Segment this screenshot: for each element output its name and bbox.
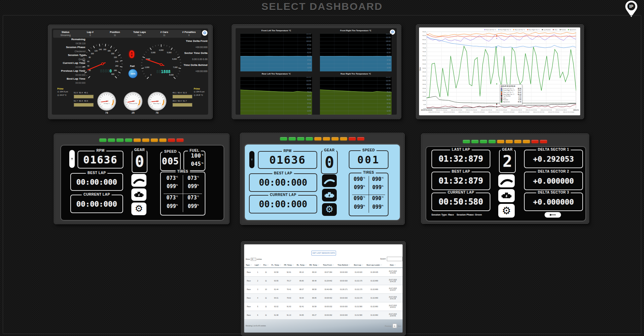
table-cell: 11 [262, 302, 270, 311]
tire-cell-unit: °C [363, 177, 365, 179]
dashboard-tile-session-table[interactable]: GET LAST SESSION DATAShow10▾entriesSearc… [241, 241, 406, 336]
fuel-value: 045 [191, 161, 201, 167]
dashboard-tile-digital-lcd-blue[interactable]: RPM01636GEAR0SPEED001BEST LAP00:00:000CU… [240, 133, 405, 225]
digit-readout: 2 [500, 150, 515, 172]
session-table: Type▲▼Lap#▲▼Pos▲▼FL_Temp▲▼FR_Temp▲▼RL_Te… [244, 262, 403, 317]
display-box-label: TIRES [361, 171, 376, 174]
dashboard-tile-analog-gauges[interactable]: StatusStreamingLap #0Position11Total Lap… [48, 25, 213, 119]
chart-title: Rear Left Tire Temperature °C [240, 73, 312, 76]
next-page-button[interactable]: Next [398, 325, 401, 327]
column-header[interactable]: FL_Temp▲▼ [270, 262, 283, 267]
dash4-screen: RPM01636GEAR0SPEED005FUEL100%045%BEST LA… [60, 145, 224, 221]
y-tick-label: 50.00 [378, 99, 391, 101]
column-header[interactable]: RS_Temp▲▼ [308, 262, 321, 267]
best-lap-display: BEST LAP00:00:000 [249, 173, 317, 192]
chart-title: Rear Right Tire Temperature °C [320, 73, 392, 76]
session-header-label: # Cars [152, 31, 177, 34]
column-header[interactable]: RL_Temp▲▼ [295, 262, 308, 267]
column-header[interactable]: Lap#▲▼ [253, 262, 262, 267]
session-header-value: 11 [152, 34, 177, 36]
dash1-session-header-bar: StatusStreamingLap #0Position11Total Lap… [53, 30, 201, 38]
best-lap-display: BEST LAP01:32:879 [431, 172, 490, 190]
gear-display: GEAR2 [499, 150, 516, 173]
prime-pressure: ◎ 154.9 psi [57, 90, 75, 93]
legend-swatch [513, 29, 514, 30]
led-segment [480, 140, 487, 143]
entries-count-select[interactable]: 10▾ [251, 258, 256, 261]
column-header[interactable]: Best Lap Leader▲▼ [366, 262, 383, 267]
y-tick-label: 125.00 [299, 34, 311, 35]
led-segment [151, 139, 158, 142]
column-header[interactable]: FR_Temp▲▼ [283, 262, 295, 267]
tire-cell-value: 073 [188, 195, 197, 201]
table-cell: Race [244, 302, 253, 311]
search-input[interactable] [387, 257, 403, 261]
digit-readout: 01636 [259, 152, 317, 168]
table-cell: 63.58 [270, 268, 283, 276]
y-tick-label: 75.00 [378, 91, 391, 93]
digit-readout: 00:00:000 [250, 174, 317, 191]
led-segment [314, 137, 321, 140]
tire-cell: 073°C099% [163, 195, 182, 212]
table-cell: 5 [253, 302, 262, 311]
dashboard-tile-tire-temp-charts[interactable]: ⚙Front Left Tire Temperature °C125.00112… [232, 24, 401, 119]
table-cell: 01:29:642 [321, 277, 336, 285]
column-header[interactable]: Date▲▼ [383, 262, 403, 267]
time-line: 10:53:11 [390, 306, 396, 309]
table-cell: 88.58 [308, 285, 321, 293]
tooltip-value: 90.60 [518, 91, 521, 93]
column-header[interactable]: Best Lap▲▼ [351, 262, 366, 267]
led-segment [280, 137, 287, 140]
column-header[interactable]: Time Behind▲▼ [336, 262, 351, 267]
led-segment [168, 139, 175, 142]
chart-title: Front Right Tire Temperature °C [320, 30, 392, 33]
svg-text:0: 0 [151, 74, 152, 76]
y-tick-label: 12.50 [378, 67, 391, 69]
prime-pressure: ◎ 154.9 psi [194, 90, 208, 93]
y-tick-label: 12.50 [299, 110, 311, 112]
speed-display: SPEED005 [160, 152, 181, 171]
dashboard-tile-digital-black[interactable]: RPM01636GEAR0SPEED005FUEL100%045%BEST LA… [54, 134, 229, 224]
column-header-text: Time Behind [338, 264, 348, 266]
mini-gauge-water-temp-c: Water Temp °C [147, 91, 167, 111]
legend-label: Gear [554, 29, 558, 31]
chart-title: Front Left Tire Temperature °C [240, 30, 312, 33]
gear-display: GEAR0 [321, 150, 338, 174]
led-segment [472, 140, 478, 143]
tooltip-row: Speed m/s30.36 [501, 101, 521, 103]
speedometer-gauge: 2040608010012014016018020022024026028030… [81, 42, 124, 85]
fuel-unit: % [202, 154, 203, 156]
current-page-button[interactable]: 1 [393, 324, 397, 328]
tooltip-value: 5.00 [518, 97, 521, 99]
led-segment [532, 140, 538, 143]
sort-arrows-icon: ▲▼ [292, 264, 294, 266]
table-cell: 2 [253, 277, 262, 285]
column-header[interactable]: Pos▲▼ [262, 262, 270, 267]
led-segment [340, 137, 347, 140]
y-tick-label: 12.50 [299, 67, 311, 69]
table-cell: 61.44 [270, 285, 283, 293]
tire-wear-bar [74, 95, 94, 99]
column-header[interactable]: Type▲▼ [244, 262, 253, 267]
rpm-display: RPM01636 [258, 151, 317, 169]
digit-readout: 00:00:000 [250, 196, 317, 213]
dashboard-tile-telemetry-history-chart[interactable]: 95.0090.0085.0080.0075.0070.0065.0060.00… [416, 24, 584, 119]
tire-wear-bar [74, 103, 94, 107]
tire-cell-unit: °C [197, 195, 199, 197]
get-last-session-data-button[interactable]: GET LAST SESSION DATA [311, 251, 336, 256]
dashboard-tile-delta-sectors[interactable]: LAST LAP01:32:879BEST LAP01:32:879CURREN… [421, 134, 589, 224]
tooltip-value: 2.00 [518, 95, 521, 97]
table-cell: 1 [253, 268, 262, 276]
legend-swatch [560, 29, 561, 30]
led-segment [125, 139, 132, 142]
dash1-screen: StatusStreamingLap #0Position11Total Lap… [52, 28, 208, 115]
tire-cell-unit: °C [381, 196, 384, 198]
tire-cell-row: 090°C [351, 196, 368, 204]
tire-cell-row: 073°C [184, 175, 203, 184]
previous-page-button[interactable]: Previous [385, 325, 391, 327]
prime-block-right: Prime◎ 154.9 psi◎ 24.8 °C [194, 88, 208, 99]
session-header-label: Status [53, 31, 78, 34]
tire-cell-row: 099% [163, 184, 182, 192]
column-header[interactable]: Time Front▲▼ [321, 262, 336, 267]
session-header-value: 0 [177, 34, 201, 36]
